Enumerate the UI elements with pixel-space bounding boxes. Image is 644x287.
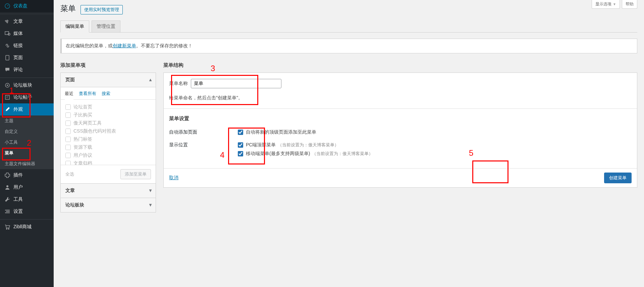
sidebar-item-comments[interactable]: 评论 <box>0 64 54 76</box>
sidebar-item-pages[interactable]: 页面 <box>0 52 54 64</box>
nav-tabs: 编辑菜单 管理位置 <box>60 19 637 33</box>
page-label: CSS颜色代码对照表 <box>73 128 116 134</box>
sidebar-label: 用户 <box>13 184 23 190</box>
location-pc-checkbox[interactable] <box>238 142 243 148</box>
add-menu-items-title: 添加菜单项 <box>60 62 156 68</box>
location-mobile-text: 移动端菜单(最多支持两级菜单) <box>246 151 310 157</box>
sidebar-item-dashboard[interactable]: 仪表盘 <box>0 0 54 12</box>
page-label: 论坛首页 <box>73 104 92 110</box>
page-checkbox[interactable] <box>65 145 71 150</box>
sidebar-label: 仪表盘 <box>13 3 28 9</box>
sidebar-item-media[interactable]: 媒体 <box>0 28 54 40</box>
menu-edit-box: 菜单名称 给菜单命名，然后点击"创建菜单"。 菜单设置 自动添加页面 自动将新的… <box>163 73 637 188</box>
live-preview-button[interactable]: 使用实时预览管理 <box>80 5 123 14</box>
sidebar-item-tools[interactable]: 工具 <box>0 193 54 205</box>
panel-posts: 文章 ▾ <box>60 183 156 198</box>
page-label: 文章归档 <box>73 160 92 165</box>
menu-structure-title: 菜单结构 <box>163 62 637 68</box>
screen-meta: 显示选项▼ 帮助 <box>592 0 637 9</box>
create-menu-button[interactable]: 创建菜单 <box>604 173 632 183</box>
display-location-label: 显示位置 <box>169 142 238 159</box>
submenu-theme-editor[interactable]: 主题文件编辑器 <box>0 158 54 169</box>
sidebar-item-settings[interactable]: 设置 <box>0 205 54 218</box>
svg-point-7 <box>6 185 8 187</box>
help-button[interactable]: 帮助 <box>622 0 637 9</box>
page-checkbox[interactable] <box>65 137 71 142</box>
cancel-link[interactable]: 取消 <box>169 175 178 181</box>
sidebar-item-plugins[interactable]: 插件 <box>0 169 54 181</box>
svg-point-2 <box>8 33 10 35</box>
sidebar-label: 外观 <box>13 106 23 112</box>
screen-options-button[interactable]: 显示选项▼ <box>592 0 620 9</box>
location-mobile-note: （当前设置为：傲天博客菜单） <box>312 151 373 157</box>
sidebar-label: 论坛板块 <box>13 82 32 88</box>
page-checkbox[interactable] <box>65 129 71 134</box>
admin-sidebar: 仪表盘 文章 媒体 链接 页面 评论 论坛板块 论坛帖子 外观 主题 自定义 小… <box>0 0 54 219</box>
sidebar-label: 评论 <box>13 67 23 73</box>
sidebar-label: 媒体 <box>13 31 23 37</box>
auto-add-checkbox[interactable] <box>238 130 243 135</box>
settings-icon <box>4 208 11 215</box>
sidebar-item-links[interactable]: 链接 <box>0 40 54 52</box>
forum-post-icon <box>4 94 11 101</box>
page-checkbox[interactable] <box>65 121 71 126</box>
panel-forum: 论坛板块 ▾ <box>60 198 156 212</box>
panel-pages-toggle[interactable]: 页面 ▴ <box>61 73 156 87</box>
location-pc-note: （当前设置为：傲天博客菜单） <box>278 142 339 148</box>
page-title: 菜单 <box>60 3 76 14</box>
comment-icon <box>4 66 11 73</box>
sidebar-label: 论坛帖子 <box>13 94 32 100</box>
chevron-up-icon: ▴ <box>149 77 152 82</box>
sidebar-item-posts[interactable]: 文章 <box>0 15 54 28</box>
tab-manage-locations[interactable]: 管理位置 <box>92 20 120 32</box>
submenu-customize[interactable]: 自定义 <box>0 126 54 137</box>
sidebar-label: 工具 <box>13 196 23 202</box>
page-label: 热门标签 <box>73 136 92 142</box>
panel-posts-toggle[interactable]: 文章 ▾ <box>61 184 156 198</box>
panel-forum-toggle[interactable]: 论坛板块 ▾ <box>61 198 156 212</box>
create-new-menu-link[interactable]: 创建新菜单 <box>113 43 136 48</box>
pages-tab-search[interactable]: 搜索 <box>102 91 110 99</box>
sidebar-label: 文章 <box>13 18 23 25</box>
plugin-icon <box>4 172 11 179</box>
svg-point-5 <box>7 85 8 86</box>
select-all-link[interactable]: 全选 <box>65 171 74 177</box>
sidebar-item-users[interactable]: 用户 <box>0 181 54 193</box>
page-checkbox[interactable] <box>65 112 71 118</box>
forum-icon <box>4 82 11 89</box>
submenu-widgets[interactable]: 小工具 <box>0 137 54 148</box>
page-label: 傲天网页工具 <box>73 120 102 126</box>
page-checkbox[interactable] <box>65 153 71 158</box>
chevron-down-icon: ▾ <box>149 188 152 193</box>
page-label: 用户协议 <box>73 152 92 158</box>
wrench-icon <box>4 196 11 203</box>
sidebar-item-forum-posts[interactable]: 论坛帖子 <box>0 91 54 103</box>
svg-rect-9 <box>6 211 10 212</box>
sidebar-label: 插件 <box>13 172 23 178</box>
pages-tab-recent[interactable]: 最近 <box>65 91 73 100</box>
brush-icon <box>4 106 11 113</box>
sidebar-item-forum-boards[interactable]: 论坛板块 <box>0 79 54 91</box>
submenu-menus[interactable]: 菜单 <box>0 148 54 158</box>
pages-tab-all[interactable]: 查看所有 <box>79 91 96 99</box>
pin-icon <box>4 18 11 25</box>
sidebar-item-appearance[interactable]: 外观 <box>0 103 54 115</box>
page-checkbox[interactable] <box>65 104 71 110</box>
chevron-down-icon: ▾ <box>149 202 152 207</box>
svg-rect-6 <box>5 95 9 99</box>
pages-list[interactable]: 论坛首页 子比购买 傲天网页工具 CSS颜色代码对照表 热门标签 资源下载 用户… <box>61 100 156 165</box>
info-notice: 在此编辑您的菜单，或创建新菜单。不要忘了保存您的修改！ <box>60 39 637 53</box>
submenu-themes[interactable]: 主题 <box>0 115 54 126</box>
page-checkbox[interactable] <box>65 161 71 165</box>
tab-edit-menus[interactable]: 编辑菜单 <box>60 20 89 33</box>
location-mobile-checkbox[interactable] <box>238 151 243 156</box>
panel-pages: 页面 ▴ 最近 查看所有 搜索 论坛首页 子比购买 傲天网页工具 CSS颜色代码… <box>60 73 156 184</box>
page-label: 子比购买 <box>73 112 92 118</box>
page-label: 资源下载 <box>73 144 92 150</box>
add-to-menu-button[interactable]: 添加至菜单 <box>120 169 151 179</box>
menu-name-input[interactable] <box>191 79 281 88</box>
media-icon <box>4 30 11 37</box>
auto-add-label: 自动添加页面 <box>169 129 238 138</box>
svg-rect-8 <box>5 210 10 210</box>
chevron-down-icon: ▼ <box>613 2 616 6</box>
